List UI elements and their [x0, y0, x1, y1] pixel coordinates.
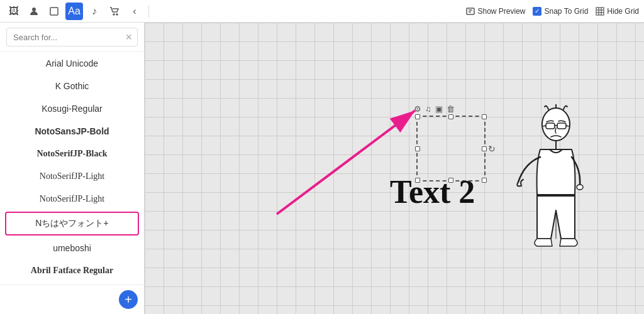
font-item-umeboshi[interactable]: umeboshi: [0, 237, 144, 259]
svg-point-2: [113, 14, 114, 15]
svg-point-19: [577, 185, 583, 190]
audio-icon[interactable]: ♫: [425, 104, 431, 114]
font-item-notosans-bold[interactable]: NotoSansJP-Bold: [0, 120, 144, 143]
font-item-notoserif-light-2[interactable]: NotoSerifJP-Light: [0, 188, 144, 210]
svg-line-16: [543, 126, 546, 126]
people-icon[interactable]: [25, 3, 43, 20]
image-icon[interactable]: 🖼: [5, 3, 23, 20]
chevron-left-icon[interactable]: ‹: [126, 3, 143, 20]
font-item-notoserif-light-1[interactable]: NotoSerifJP-Light: [0, 165, 144, 188]
sidebar-footer: +: [0, 284, 144, 314]
add-font-button[interactable]: +: [119, 290, 138, 309]
show-preview-label: Show Preview: [477, 7, 525, 16]
font-item-kosugi-regular[interactable]: Kosugi-Regular: [0, 97, 144, 120]
handle-top-left[interactable]: [415, 114, 420, 119]
text-icon[interactable]: Aa: [65, 3, 83, 20]
svg-rect-1: [50, 8, 58, 15]
font-item-notoserif-black[interactable]: NotoSerifJP-Black: [0, 143, 144, 165]
svg-rect-14: [557, 123, 566, 129]
font-item-k-gothic[interactable]: K Gothic: [0, 75, 144, 97]
duplicate-icon[interactable]: ▣: [435, 104, 443, 114]
canvas-text-2[interactable]: Text 2: [390, 173, 475, 210]
box-icon[interactable]: [45, 3, 63, 20]
selection-toolbar: ⚙ ♫ ▣ 🗑: [414, 104, 455, 114]
main-area: ✕ Arial Unicode K Gothic Kosugi-Regular …: [0, 23, 644, 314]
toolbar-divider: [148, 5, 149, 18]
snap-to-grid-toggle[interactable]: Snap To Grid: [533, 7, 588, 16]
settings-icon[interactable]: ⚙: [414, 104, 421, 114]
search-input[interactable]: [6, 28, 138, 46]
handle-top-right[interactable]: [482, 114, 487, 119]
show-preview-toggle[interactable]: Show Preview: [466, 7, 525, 16]
handle-mid-right[interactable]: [482, 146, 487, 151]
hide-grid-label: Hide Grid: [607, 7, 639, 16]
svg-point-3: [116, 14, 118, 15]
cart-icon[interactable]: [106, 3, 123, 20]
search-clear-icon[interactable]: ✕: [125, 32, 133, 42]
font-item-arial-unicode[interactable]: Arial Unicode: [0, 52, 144, 75]
handle-mid-left[interactable]: [415, 146, 420, 151]
handle-bottom-right[interactable]: [482, 178, 487, 183]
font-list: Arial Unicode K Gothic Kosugi-Regular No…: [0, 52, 144, 284]
svg-line-17: [566, 126, 569, 126]
search-box: ✕: [0, 23, 144, 52]
character-illustration: [506, 100, 606, 295]
font-item-abril-fatface[interactable]: Abril Fatface Regular: [0, 259, 144, 282]
main-toolbar: 🖼 Aa ♪ ‹ Show Preview Snap To Grid Hide …: [0, 0, 644, 23]
snap-to-grid-label: Snap To Grid: [544, 7, 588, 16]
rotate-handle[interactable]: ↻: [488, 144, 496, 154]
svg-rect-5: [596, 8, 604, 15]
svg-point-0: [32, 8, 36, 11]
snap-checkbox: [533, 7, 541, 16]
font-item-nchihaya[interactable]: Nちはやフォント+: [5, 212, 139, 236]
svg-rect-13: [546, 123, 555, 129]
font-sidebar: ✕ Arial Unicode K Gothic Kosugi-Regular …: [0, 23, 145, 314]
toolbar-right: Show Preview Snap To Grid Hide Grid: [466, 7, 639, 16]
handle-top-mid[interactable]: [448, 114, 453, 119]
hide-grid-toggle[interactable]: Hide Grid: [596, 7, 639, 16]
canvas-area[interactable]: ⚙ ♫ ▣ 🗑 ↻ Text 2: [145, 23, 644, 314]
delete-icon[interactable]: 🗑: [447, 104, 455, 114]
music-icon[interactable]: ♪: [86, 3, 103, 20]
svg-rect-4: [467, 8, 474, 14]
selection-box[interactable]: ↻: [416, 116, 486, 181]
